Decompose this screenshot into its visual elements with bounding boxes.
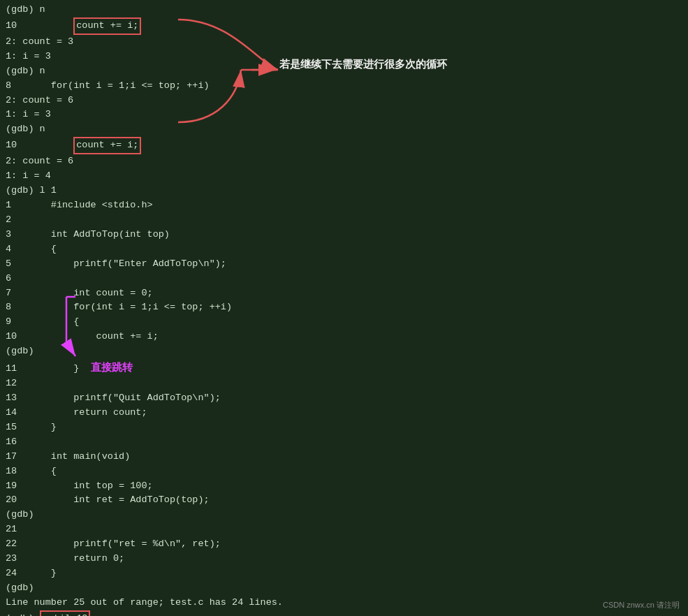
line-29: 15 } bbox=[6, 420, 682, 435]
line-28: 14 return count; bbox=[6, 406, 682, 420]
line-25: 11 } 直接跳转 bbox=[6, 359, 682, 376]
line-3: 2: count = 3 bbox=[6, 35, 682, 50]
watermark: CSDN znwx.cn 请注明 bbox=[603, 600, 680, 610]
line-4: 1: i = 3 bbox=[6, 50, 682, 64]
line-34: 20 int ret = AddToTop(top); bbox=[6, 493, 682, 508]
line-12: 1: i = 4 bbox=[6, 169, 682, 184]
line-31: 17 int main(void) bbox=[6, 450, 682, 464]
line-19: 6 bbox=[6, 272, 682, 286]
line-11: 2: count = 6 bbox=[6, 154, 682, 169]
line-37: 22 printf("ret = %d\n", ret); bbox=[6, 537, 682, 552]
line-22: 9 { bbox=[6, 315, 682, 330]
line-2: 10 count += i; bbox=[6, 17, 682, 35]
terminal: (gdb) n 10 count += i; 2: count = 3 1: i… bbox=[0, 0, 688, 616]
line-40: (gdb) bbox=[6, 581, 682, 596]
line-10: 10 count += i; bbox=[6, 137, 682, 154]
line-27: 13 printf("Quit AddToTop\n"); bbox=[6, 391, 682, 406]
line-35: (gdb) bbox=[6, 508, 682, 522]
line-16: 3 int AddToTop(int top) bbox=[6, 228, 682, 242]
line-9: (gdb) n bbox=[6, 122, 682, 137]
line-38: 23 return 0; bbox=[6, 552, 682, 566]
line-33: 19 int top = 100; bbox=[6, 479, 682, 494]
line-39: 24 } bbox=[6, 566, 682, 581]
line-42: (gdb) until 13 bbox=[6, 610, 682, 616]
line-7: 2: count = 6 bbox=[6, 94, 682, 108]
line-23: 10 count += i; bbox=[6, 330, 682, 344]
line-8: 1: i = 3 bbox=[6, 108, 682, 122]
line-21: 8 for(int i = 1;i <= top; ++i) bbox=[6, 300, 682, 315]
line-6: 8 for(int i = 1;i <= top; ++i) bbox=[6, 79, 682, 94]
line-32: 18 { bbox=[6, 464, 682, 479]
line-41: Line number 25 out of range; test.c has … bbox=[6, 596, 682, 610]
line-5: (gdb) n bbox=[6, 64, 682, 79]
line-1: (gdb) n bbox=[6, 3, 682, 17]
highlight-count-2: count += i; bbox=[73, 137, 141, 154]
line-14: 1 #include <stdio.h> bbox=[6, 198, 682, 213]
line-17: 4 { bbox=[6, 242, 682, 257]
line-30: 16 bbox=[6, 435, 682, 450]
line-26: 12 bbox=[6, 376, 682, 391]
line-13: (gdb) l 1 bbox=[6, 184, 682, 198]
line-36: 21 bbox=[6, 522, 682, 537]
line-18: 5 printf("Enter AddToTop\n"); bbox=[6, 257, 682, 272]
until-command: until 13 bbox=[40, 610, 91, 616]
line-20: 7 int count = 0; bbox=[6, 286, 682, 301]
highlight-count-1: count += i; bbox=[73, 17, 141, 35]
line-24: (gdb) bbox=[6, 344, 682, 359]
line-15: 2 bbox=[6, 213, 682, 228]
jump-annotation: 直接跳转 bbox=[91, 361, 133, 373]
